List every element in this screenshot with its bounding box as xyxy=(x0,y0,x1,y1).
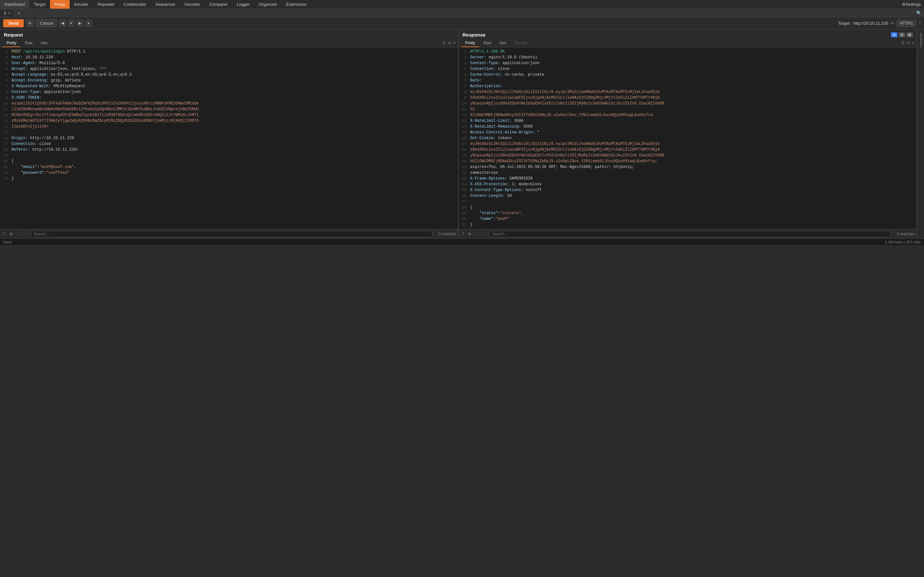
request-next-icon[interactable]: → xyxy=(23,231,29,237)
response-next-icon[interactable]: → xyxy=(481,231,488,237)
request-search-input[interactable] xyxy=(31,231,433,237)
nav-sequencer[interactable]: Sequencer xyxy=(151,0,180,9)
request-line-11: 11 lI3d2RaMUcwdGo4dW4vMmVSSmh6RzlJYkdaU1… xyxy=(0,106,458,112)
tab-bar: 1 ✕ + 🔍 xyxy=(0,9,924,17)
response-line-3: 3 Content-Type: application/json xyxy=(459,60,917,66)
response-line-18: 18 S9hdXRoL2xvZ2luIiwiaWF0IjoxNjg4NjAxMD… xyxy=(459,147,917,153)
view-btn-split[interactable]: ⊞ xyxy=(891,32,897,37)
request-line-22: 22 "password":"asdffdsa" xyxy=(0,170,458,176)
response-line-22: 22 samesite=lax xyxy=(459,170,917,176)
response-line-9: 9 S9hdXRoL2xvZ2luIiwiaWF0IjoxNjg4NjAxMDI… xyxy=(459,95,917,101)
nav-prev-button[interactable]: ◀ xyxy=(59,19,66,27)
request-tab-pretty[interactable]: Pretty xyxy=(3,39,20,47)
response-line-30: 30 "name":"asdf" xyxy=(459,216,917,222)
cancel-button[interactable]: Cancel xyxy=(36,19,57,27)
response-code-area[interactable]: 1 HTTP/1.1 200 OK 2 Server: nginx/1.18.0… xyxy=(459,47,917,229)
request-line-20: 20 { xyxy=(0,158,458,164)
request-title: Request xyxy=(4,32,23,37)
response-panel-header: Response ⊞ ⊟ ⊠ xyxy=(459,29,917,39)
tab-label: 1 xyxy=(4,11,6,15)
request-prev-icon[interactable]: ← xyxy=(15,231,22,237)
nav-comparer[interactable]: Comparer xyxy=(205,0,232,9)
view-btn-vertical[interactable]: ⊠ xyxy=(906,32,913,37)
nav-extensions[interactable]: Extensions xyxy=(282,0,311,9)
response-line-24: 24 X-XSS-Protection: 1; mode=block xyxy=(459,181,917,187)
request-line-3: 3 User-Agent: Mozilla/5.0 xyxy=(0,60,458,66)
response-line-31: 31 } xyxy=(459,222,917,227)
request-tab-raw[interactable]: Raw xyxy=(21,39,36,47)
response-menu-icon[interactable]: ≡ xyxy=(912,41,914,45)
response-line-16: 16 Set-Cookie: token= xyxy=(459,135,917,141)
tab-search-icon[interactable]: 🔍 xyxy=(914,10,924,16)
nav-repeater[interactable]: Repeater xyxy=(93,0,119,9)
gear-icon: ⚙ xyxy=(902,2,906,7)
help-icon[interactable]: ? xyxy=(919,21,921,26)
response-settings-icon[interactable]: ⚙ xyxy=(467,231,473,237)
request-line-21: 21 "email":"asdf@asdf.com", xyxy=(0,164,458,170)
nav-proxy[interactable]: Proxy xyxy=(50,0,69,9)
edit-target-icon[interactable]: ✏ xyxy=(891,21,894,26)
nav-intruder[interactable]: Intruder xyxy=(69,0,93,9)
nav-decoder[interactable]: Decoder xyxy=(180,0,205,9)
response-line-10: 10 yNiwianRpIjoiOGh4ZGU4YWk2bGpEbFIxVSIs… xyxy=(459,101,917,106)
response-prev-icon[interactable]: ← xyxy=(474,231,480,237)
toolbar: Send ⚙ Cancel ◀ ▾ ▶ ▾ Target: http://10.… xyxy=(0,17,924,29)
response-line-4: 4 Connection: close xyxy=(459,66,917,72)
response-search-input[interactable] xyxy=(489,231,891,237)
nav-target[interactable]: Target xyxy=(29,0,50,9)
inspector-label[interactable]: Inspector xyxy=(919,29,923,50)
response-help-icon[interactable]: ? xyxy=(461,231,465,237)
response-tab-raw[interactable]: Raw xyxy=(480,39,495,47)
request-bottom-bar: ? ⚙ ← → 0 matches xyxy=(0,229,458,239)
request-panel: Request Pretty Raw Hex ☰ \n ≡ 1 POST /ap… xyxy=(0,29,459,239)
response-newline-icon[interactable]: \n xyxy=(907,41,910,45)
nav-dashboard[interactable]: Dashboard xyxy=(0,0,29,9)
request-line-14: 14 IiwidGFnIjoiIn0= xyxy=(0,124,458,129)
request-tab-icons: ☰ \n ≡ xyxy=(443,41,455,46)
inspector-sidebar: Inspector xyxy=(917,29,924,239)
nav-logger[interactable]: Logger xyxy=(232,0,254,9)
response-line-28: 28 { xyxy=(459,205,917,210)
response-line-14: 14 X-RateLimit-Remaining: 3598 xyxy=(459,124,917,129)
settings-icon-button[interactable]: ⚙ xyxy=(26,19,34,27)
tab-add-button[interactable]: + xyxy=(15,10,24,17)
request-menu-icon[interactable]: ≡ xyxy=(453,41,455,45)
nav-collaborator[interactable]: Collaborator xyxy=(119,0,151,9)
request-newline-icon[interactable]: \n xyxy=(448,41,451,45)
nav-next-dropdown[interactable]: ▾ xyxy=(86,19,92,27)
settings-area[interactable]: ⚙ Settings xyxy=(899,2,924,7)
response-line-6: 6 Date: xyxy=(459,77,917,83)
http-version-selector[interactable]: HTTP/1 xyxy=(897,20,916,27)
response-tab-hex[interactable]: Hex xyxy=(496,39,510,47)
tab-1[interactable]: 1 ✕ xyxy=(0,10,15,16)
send-button[interactable]: Send xyxy=(3,19,24,27)
request-line-12: 12 RC0Gx0SEgrVEc1TTlabng4OVlESWRwZ1gvK1B… xyxy=(0,112,458,118)
response-tab-render: Render xyxy=(511,39,531,47)
view-btn-horizontal[interactable]: ⊟ xyxy=(899,32,905,37)
request-line-4: 4 Accept: application/json, text/plain, … xyxy=(0,66,458,72)
panels-container: Request Pretty Raw Hex ☰ \n ≡ 1 POST /ap… xyxy=(0,29,924,239)
response-tab-pretty[interactable]: Pretty xyxy=(461,39,479,47)
request-line-2: 2 Host: 10.10.11.220 xyxy=(0,55,458,60)
nav-next-button[interactable]: ▶ xyxy=(76,19,83,27)
response-line-11: 11 hZ xyxy=(459,106,917,112)
nav-organizer[interactable]: Organizer xyxy=(254,0,281,9)
response-line-17: 17 eyJ0eXAiOiJKV1QiLCJhbGciOiJIUzI1NiJ9.… xyxy=(459,141,917,147)
response-line-21: 21 expires=Thu, 06-Jul-2023 05:50:26 GMT… xyxy=(459,164,917,170)
target-prefix: Target: xyxy=(838,21,851,26)
request-line-8: 8 Content-Type: application/json xyxy=(0,89,458,95)
response-line-19: 19 yNiwianRpIjoiOGh4ZGU4YWk2bGpEbFIxVSIs… xyxy=(459,153,917,158)
request-help-icon[interactable]: ? xyxy=(2,231,7,237)
request-line-17: 17 Connection: close xyxy=(0,141,458,147)
nav-prev-dropdown[interactable]: ▾ xyxy=(68,19,74,27)
response-format-icon[interactable]: ☰ xyxy=(901,41,905,45)
request-settings-icon[interactable]: ⚙ xyxy=(8,231,14,237)
status-left: Done xyxy=(3,240,11,244)
tab-close-icon[interactable]: ✕ xyxy=(8,11,11,15)
response-view-buttons: ⊞ ⊟ ⊠ xyxy=(891,32,913,37)
request-code-area[interactable]: 1 POST /api/v1/auth/login HTTP/1.1 2 Hos… xyxy=(0,47,458,229)
request-tab-hex[interactable]: Hex xyxy=(37,39,51,47)
request-tabs: Pretty Raw Hex ☰ \n ≡ xyxy=(0,39,458,47)
request-format-icon[interactable]: ☰ xyxy=(443,41,446,45)
response-line-5: 5 Cache-Control: no-cache, private xyxy=(459,72,917,77)
